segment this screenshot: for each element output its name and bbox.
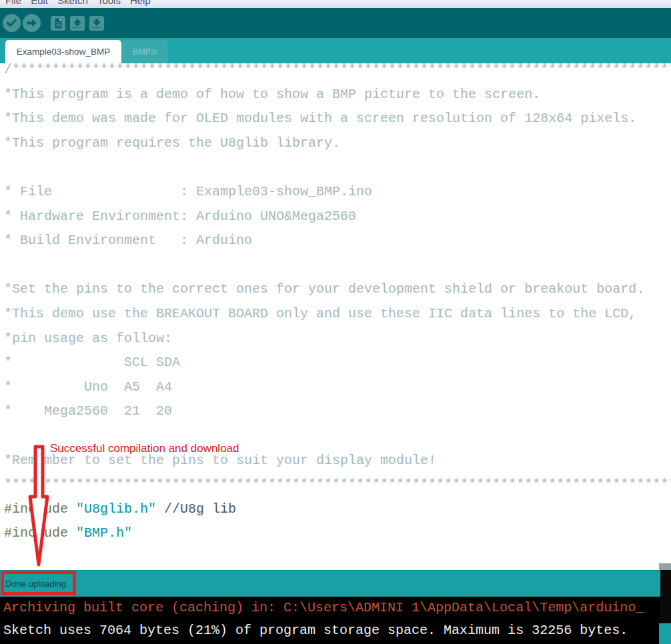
console-output[interactable]: Archiving built core (caching) in: C:\Us… [0, 597, 671, 644]
menu-help[interactable]: Help [130, 0, 151, 3]
up-arrow-icon [70, 16, 85, 31]
status-bar: Done uploading. [0, 570, 660, 597]
tab-label: BMP.h [133, 47, 157, 57]
window-edge-artifact [660, 570, 671, 623]
menu-tools[interactable]: Tools [97, 0, 121, 3]
document-icon [51, 16, 65, 31]
toolbar [0, 8, 671, 38]
new-sketch-button[interactable] [51, 16, 65, 31]
console-line: Sketch uses 7064 bytes (21%) of program … [0, 619, 671, 642]
editor-code: /***************************************… [4, 63, 671, 546]
code-editor[interactable]: /***************************************… [0, 63, 671, 570]
window-edge-artifact [659, 563, 671, 570]
save-button[interactable] [89, 16, 104, 31]
tab-bmp-h[interactable]: BMP.h [121, 40, 168, 63]
menu-sketch[interactable]: Sketch [57, 0, 88, 3]
menu-file[interactable]: File [5, 0, 21, 3]
tab-label: Example03-show_BMP [17, 47, 110, 57]
arduino-ide-window: File Edit Sketch Tools Help [0, 0, 671, 644]
verify-button[interactable] [3, 14, 21, 32]
tab-example03-show-bmp[interactable]: Example03-show_BMP [5, 40, 121, 63]
menu-bar: File Edit Sketch Tools Help [0, 0, 671, 8]
annotation-label: Successful compilation and download [50, 442, 239, 455]
check-icon [3, 14, 21, 32]
right-arrow-icon [23, 14, 41, 32]
window-edge-artifact [659, 623, 671, 644]
menu-edit[interactable]: Edit [31, 0, 48, 3]
open-button[interactable] [70, 16, 85, 31]
down-arrow-icon [89, 16, 104, 31]
console-line: Archiving built core (caching) in: C:\Us… [0, 597, 671, 619]
upload-button[interactable] [23, 14, 41, 32]
tab-bar: Example03-show_BMP BMP.h [0, 38, 671, 63]
status-message: Done uploading. [5, 579, 69, 589]
